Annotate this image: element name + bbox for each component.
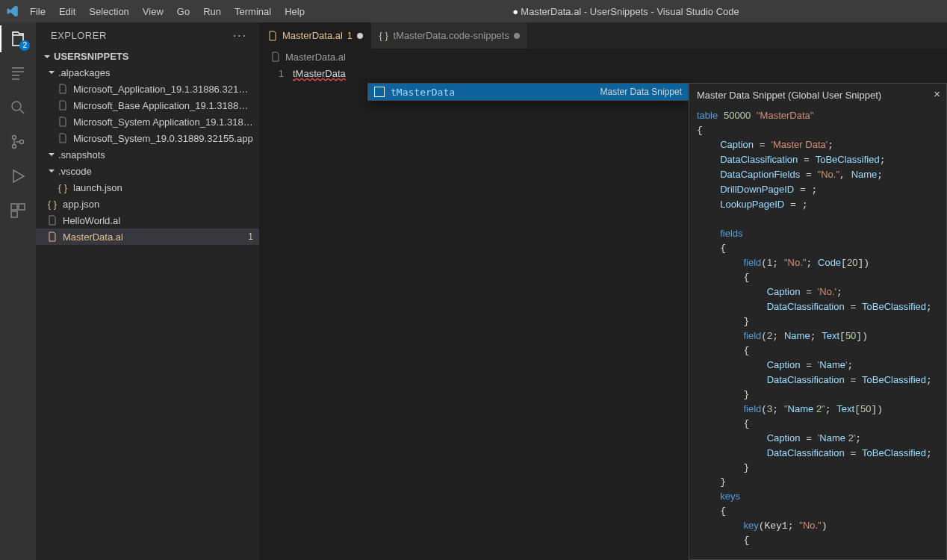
file-icon bbox=[270, 52, 281, 62]
dirty-indicator-icon bbox=[357, 33, 363, 39]
suggest-documentation: × Master Data Snippet (Global User Snipp… bbox=[689, 83, 947, 560]
tab-masterdata[interactable]: MasterData.al 1 bbox=[260, 22, 371, 49]
breadcrumb[interactable]: MasterData.al bbox=[260, 49, 947, 65]
svg-rect-6 bbox=[11, 211, 17, 217]
svg-point-2 bbox=[13, 145, 16, 149]
file-icon bbox=[57, 83, 69, 95]
file-row[interactable]: Microsoft_Application_19.1.31886.32186.a… bbox=[36, 81, 259, 97]
svg-point-0 bbox=[12, 102, 21, 111]
json-icon: { } bbox=[46, 198, 58, 210]
outline-activity-icon[interactable] bbox=[7, 63, 28, 84]
folder-vscode[interactable]: .vscode bbox=[36, 163, 259, 179]
section-usersnippets[interactable]: USERSNIPPETS bbox=[36, 49, 259, 64]
file-icon bbox=[267, 31, 278, 41]
doc-title: Master Data Snippet (Global User Snippet… bbox=[697, 88, 939, 102]
problem-count-badge: 1 bbox=[347, 31, 353, 41]
menu-go[interactable]: Go bbox=[171, 3, 196, 20]
code-area[interactable]: tMasterData tMasterData Master Data Snip… bbox=[293, 65, 947, 560]
json-icon: { } bbox=[57, 181, 69, 193]
file-row[interactable]: Microsoft_Base Application_19.1.31886.32… bbox=[36, 97, 259, 113]
file-icon bbox=[57, 116, 69, 128]
menu-bar: File Edit Selection View Go Run Terminal… bbox=[24, 3, 311, 20]
menu-help[interactable]: Help bbox=[279, 3, 311, 20]
file-masterdata[interactable]: MasterData.al 1 bbox=[36, 228, 259, 245]
json-icon: { } bbox=[379, 31, 389, 41]
menu-selection[interactable]: Selection bbox=[83, 3, 134, 20]
close-icon[interactable]: × bbox=[934, 87, 940, 101]
chevron-down-icon bbox=[46, 149, 57, 160]
file-row[interactable]: Microsoft_System_19.0.31889.32155.app bbox=[36, 130, 259, 146]
menu-view[interactable]: View bbox=[137, 3, 170, 20]
run-debug-activity-icon[interactable] bbox=[7, 166, 28, 187]
doc-content: table 50000 "MasterData" { Caption = 'Ma… bbox=[697, 108, 939, 547]
window-title: ● MasterData.al - UserSnippets - Visual … bbox=[311, 6, 941, 17]
editor-tabs: MasterData.al 1 { } tMasterData.code-sni… bbox=[260, 22, 947, 49]
chevron-down-icon bbox=[46, 67, 57, 78]
svg-point-1 bbox=[13, 136, 16, 140]
menu-file[interactable]: File bbox=[24, 3, 52, 20]
explorer-title: EXPLORER bbox=[51, 30, 107, 41]
file-tree: .alpackages Microsoft_Application_19.1.3… bbox=[36, 64, 259, 560]
file-row[interactable]: Microsoft_System Application_19.1.31886.… bbox=[36, 113, 259, 130]
vscode-logo-icon bbox=[6, 4, 19, 18]
intellisense-suggest[interactable]: tMasterData Master Data Snippet bbox=[367, 83, 689, 101]
line-numbers: 1 bbox=[260, 65, 293, 560]
menu-run[interactable]: Run bbox=[197, 3, 227, 20]
activity-bar: 2 bbox=[0, 22, 36, 560]
file-icon bbox=[46, 214, 58, 226]
suggest-item[interactable]: tMasterData Master Data Snippet bbox=[368, 84, 688, 100]
explorer-activity-icon[interactable]: 2 bbox=[7, 28, 28, 49]
file-launch-json[interactable]: { }launch.json bbox=[36, 179, 259, 196]
file-icon bbox=[46, 231, 58, 243]
tab-snippets[interactable]: { } tMasterData.code-snippets bbox=[371, 22, 528, 49]
menu-edit[interactable]: Edit bbox=[53, 3, 81, 20]
explorer-sidebar: EXPLORER ··· USERSNIPPETS .alpackages Mi… bbox=[36, 22, 260, 560]
svg-rect-5 bbox=[19, 204, 25, 210]
editor-body[interactable]: 1 tMasterData tMasterData Master Data Sn… bbox=[260, 65, 947, 560]
snippet-icon bbox=[374, 87, 385, 97]
chevron-down-icon bbox=[46, 166, 57, 176]
svg-point-3 bbox=[20, 140, 24, 144]
file-helloworld[interactable]: HelloWorld.al bbox=[36, 212, 259, 228]
menu-terminal[interactable]: Terminal bbox=[229, 3, 277, 20]
chevron-down-icon bbox=[42, 52, 52, 62]
explorer-badge: 2 bbox=[19, 40, 30, 51]
explorer-more-icon[interactable]: ··· bbox=[233, 29, 247, 43]
search-activity-icon[interactable] bbox=[7, 97, 28, 118]
titlebar: File Edit Selection View Go Run Terminal… bbox=[0, 0, 947, 22]
folder-alpackages[interactable]: .alpackages bbox=[36, 64, 259, 81]
editor-group: MasterData.al 1 { } tMasterData.code-sni… bbox=[260, 22, 947, 560]
svg-rect-4 bbox=[11, 204, 17, 210]
file-icon bbox=[57, 132, 69, 144]
source-control-activity-icon[interactable] bbox=[7, 131, 28, 152]
extensions-activity-icon[interactable] bbox=[7, 200, 28, 221]
folder-snapshots[interactable]: .snapshots bbox=[36, 146, 259, 163]
file-app-json[interactable]: { }app.json bbox=[36, 196, 259, 212]
problem-count-badge: 1 bbox=[248, 231, 253, 242]
code-text: tMasterData bbox=[293, 68, 346, 79]
dirty-indicator-icon bbox=[514, 33, 520, 39]
file-icon bbox=[57, 99, 69, 111]
